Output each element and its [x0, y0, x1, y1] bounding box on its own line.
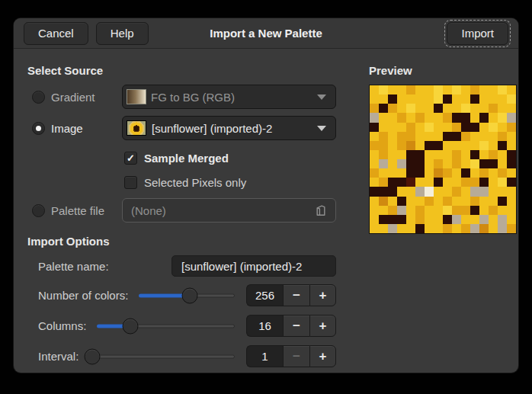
preview-cell — [406, 141, 415, 150]
preview-cell — [425, 132, 434, 141]
num-colors-value[interactable]: 256 — [246, 284, 283, 306]
import-button[interactable]: Import — [447, 22, 508, 45]
preview-cell — [452, 113, 461, 122]
preview-cell — [370, 150, 379, 159]
preview-cell — [434, 104, 443, 113]
preview-cell — [379, 178, 388, 187]
preview-cell — [443, 132, 452, 141]
preview-cell — [452, 224, 461, 233]
preview-cell — [415, 215, 425, 224]
num-colors-slider[interactable] — [139, 284, 235, 306]
preview-cell — [498, 197, 507, 206]
preview-cell — [479, 168, 489, 178]
preview-cell — [379, 168, 388, 178]
gradient-label: Gradient — [51, 91, 95, 104]
slider-handle[interactable] — [85, 348, 101, 364]
sample-merged-checkbox[interactable]: ✓ — [124, 152, 137, 165]
selected-pixels-checkbox[interactable]: ✓ — [124, 176, 137, 189]
preview-cell — [397, 150, 406, 159]
preview-cell — [507, 132, 516, 141]
preview-cell — [370, 168, 379, 178]
interval-slider[interactable] — [89, 345, 235, 367]
palette-name-input[interactable] — [171, 255, 336, 277]
selected-pixels-label: Selected Pixels only — [144, 176, 246, 189]
preview-cell — [388, 187, 397, 196]
preview-cell — [406, 178, 415, 187]
slider-track[interactable] — [89, 354, 235, 358]
increment-button[interactable]: + — [309, 284, 336, 306]
preview-cell — [370, 123, 379, 132]
gradient-radio[interactable] — [32, 91, 45, 104]
preview-cell — [370, 178, 379, 187]
preview-cell — [489, 187, 498, 196]
increment-button[interactable]: + — [309, 315, 336, 337]
preview-cell — [443, 123, 452, 132]
preview-cell — [452, 123, 461, 132]
palette-file-chooser[interactable]: (None) — [122, 198, 336, 223]
columns-slider[interactable] — [97, 315, 235, 337]
preview-cell — [498, 150, 507, 159]
check-icon: ✓ — [127, 153, 135, 163]
preview-cell — [425, 178, 434, 187]
decrement-button[interactable]: − — [283, 315, 309, 337]
preview-cell — [507, 159, 516, 168]
palette-file-radio[interactable] — [32, 204, 45, 217]
columns-value[interactable]: 16 — [246, 315, 283, 337]
preview-cell — [388, 168, 397, 178]
dialog-title: Import a New Palette — [14, 27, 518, 40]
cancel-button[interactable]: Cancel — [24, 22, 88, 45]
preview-cell — [397, 197, 406, 206]
preview-cell — [379, 187, 388, 196]
preview-cell — [406, 159, 415, 168]
preview-cell — [379, 141, 388, 150]
preview-heading: Preview — [369, 64, 517, 77]
preview-cell — [397, 123, 406, 132]
interval-value[interactable]: 1 — [246, 345, 283, 367]
slider-handle[interactable] — [181, 287, 197, 303]
preview-cell — [406, 206, 415, 215]
slider-handle[interactable] — [122, 318, 138, 334]
preview-cell — [379, 113, 388, 122]
preview-cell — [479, 94, 489, 104]
preview-cell — [461, 159, 470, 168]
preview-cell — [479, 159, 489, 168]
preview-cell — [443, 113, 452, 122]
preview-cell — [434, 206, 443, 215]
interval-row: Interval: 1 − + — [27, 345, 336, 367]
preview-cell — [452, 104, 461, 113]
preview-cell — [397, 187, 406, 196]
gradient-dropdown[interactable]: FG to BG (RGB) — [122, 85, 336, 109]
preview-cell — [425, 168, 434, 178]
image-radio[interactable] — [32, 122, 45, 135]
preview-cell — [434, 123, 443, 132]
decrement-button[interactable]: − — [283, 284, 309, 306]
preview-cell — [461, 132, 470, 141]
preview-cell — [461, 150, 470, 159]
decrement-button[interactable]: − — [283, 345, 309, 367]
preview-cell — [397, 178, 406, 187]
preview-cell — [443, 104, 452, 113]
preview-cell — [461, 206, 470, 215]
preview-cell — [470, 215, 479, 224]
preview-cell — [415, 197, 425, 206]
preview-cell — [470, 224, 479, 233]
preview-cell — [489, 113, 498, 122]
preview-cell — [425, 113, 434, 122]
preview-cell — [507, 224, 516, 233]
preview-cell — [406, 224, 415, 233]
increment-button[interactable]: + — [309, 345, 336, 367]
import-options-heading: Import Options — [27, 235, 336, 248]
preview-cell — [489, 132, 498, 141]
preview-cell — [489, 85, 498, 94]
help-button[interactable]: Help — [96, 22, 149, 45]
preview-cell — [452, 159, 461, 168]
preview-cell — [452, 215, 461, 224]
preview-cell — [498, 224, 507, 233]
image-dropdown[interactable]: [sunflower] (imported)-2 — [122, 116, 336, 140]
preview-cell — [425, 123, 434, 132]
preview-cell — [479, 141, 489, 150]
preview-cell — [479, 197, 489, 206]
preview-cell — [388, 113, 397, 122]
preview-cell — [406, 132, 415, 141]
preview-cell — [406, 168, 415, 178]
